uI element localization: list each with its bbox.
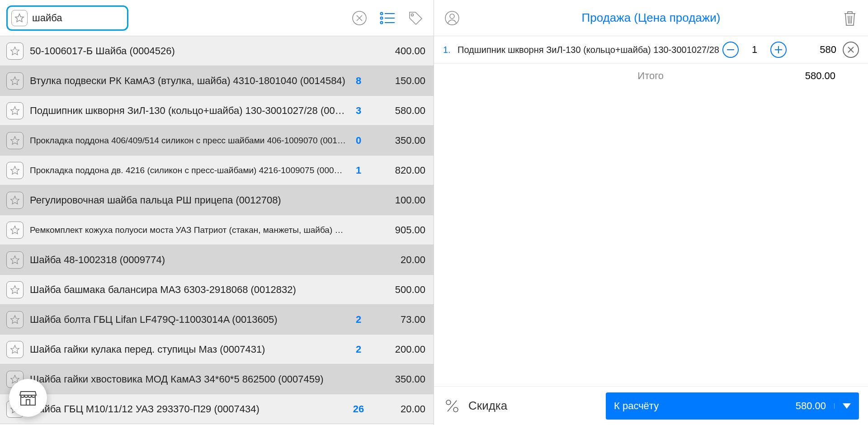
product-row[interactable]: Подшипник шкворня ЗиЛ-130 (кольцо+шайба)… — [0, 96, 434, 126]
total-label: Итого — [443, 70, 781, 82]
svg-line-37 — [448, 401, 457, 411]
tag-icon[interactable] — [406, 9, 425, 27]
product-row[interactable]: Ремкомплект кожуха полуоси моста УАЗ Пат… — [0, 215, 434, 245]
svg-marker-16 — [11, 196, 19, 203]
product-row[interactable]: Регулировочная шайба пальца РШ прицепа (… — [0, 185, 434, 215]
product-name: Шайба гайки хвостовика МОД КамАЗ 34*60*5… — [30, 373, 346, 385]
customer-icon[interactable] — [443, 9, 461, 27]
cart-item-index: 1. — [443, 45, 456, 55]
favorites-filter-toggle[interactable] — [11, 10, 28, 26]
delete-sale-button[interactable] — [841, 9, 859, 27]
product-name: Шайба башмака балансира МАЗ 6303-2918068… — [30, 284, 346, 296]
svg-marker-20 — [11, 315, 19, 323]
sale-panel: Продажа (Цена продажи) 1.Подшипник шквор… — [434, 0, 868, 425]
checkout-button[interactable]: К расчёту 580.00 — [606, 392, 859, 420]
favorite-toggle[interactable] — [6, 132, 24, 149]
product-stock-count: 26 — [346, 403, 371, 415]
discount-control[interactable]: Скидка — [443, 397, 595, 415]
svg-marker-38 — [843, 403, 851, 409]
product-name: Втулка подвески РК КамАЗ (втулка, шайба)… — [30, 75, 346, 87]
product-price: 20.00 — [371, 403, 425, 415]
clear-search-button[interactable] — [350, 9, 368, 27]
svg-rect-30 — [727, 49, 734, 50]
svg-point-25 — [445, 11, 459, 25]
product-stock-count: 3 — [346, 105, 371, 117]
favorite-toggle[interactable] — [6, 281, 24, 298]
svg-marker-12 — [11, 76, 19, 84]
favorite-toggle[interactable] — [6, 311, 24, 328]
favorite-toggle[interactable] — [6, 192, 24, 209]
product-price: 500.00 — [371, 284, 425, 296]
product-row[interactable]: Прокладка поддона дв. 4216 (силикон с пр… — [0, 156, 434, 185]
right-header: Продажа (Цена продажи) — [434, 0, 868, 36]
svg-rect-24 — [26, 400, 30, 405]
product-stock-count: 1 — [346, 165, 371, 176]
product-panel: 50-1006017-Б Шайба (0004526)400.00Втулка… — [0, 0, 434, 425]
product-row[interactable]: Втулка подвески РК КамАЗ (втулка, шайба)… — [0, 66, 434, 96]
product-name: Ремкомплект кожуха полуоси моста УАЗ Пат… — [30, 225, 346, 235]
svg-point-6 — [381, 17, 383, 19]
product-row[interactable]: Шайба болта ГБЦ Lifan LF479Q-11003014A (… — [0, 305, 434, 335]
svg-marker-13 — [11, 106, 19, 114]
increment-button[interactable] — [770, 42, 787, 58]
cart-items: 1.Подшипник шкворня ЗиЛ-130 (кольцо+шайб… — [434, 36, 868, 386]
shop-button[interactable] — [9, 379, 47, 417]
product-name: Прокладка поддона дв. 4216 (силикон с пр… — [30, 165, 346, 175]
favorite-toggle[interactable] — [6, 222, 24, 239]
checkout-chevron-icon — [834, 403, 851, 409]
svg-line-29 — [851, 16, 852, 24]
product-price: 150.00 — [371, 75, 425, 87]
product-row[interactable]: Шайба 48-1002318 (0009774)20.00 — [0, 245, 434, 275]
checkout-amount: 580.00 — [796, 400, 826, 412]
cart-item-price: 580 — [796, 44, 836, 56]
svg-point-36 — [453, 407, 458, 412]
product-stock-count: 0 — [346, 135, 371, 146]
favorite-toggle[interactable] — [6, 72, 24, 90]
cart-item-qty: 1 — [743, 44, 766, 56]
product-list[interactable]: 50-1006017-Б Шайба (0004526)400.00Втулка… — [0, 36, 434, 425]
sale-title: Продажа (Цена продажи) — [461, 11, 841, 25]
svg-marker-21 — [11, 345, 19, 353]
product-row[interactable]: Шайба гайки кулака перед. ступицы Маз (0… — [0, 335, 434, 364]
percent-icon — [443, 397, 461, 415]
product-name: Шайба 48-1002318 (0009774) — [30, 254, 346, 266]
svg-marker-17 — [11, 226, 19, 233]
favorite-toggle[interactable] — [6, 162, 24, 179]
decrement-button[interactable] — [722, 42, 739, 58]
favorite-toggle[interactable] — [6, 251, 24, 269]
favorite-toggle[interactable] — [6, 102, 24, 119]
favorite-toggle[interactable] — [6, 341, 24, 358]
search-container — [6, 5, 128, 31]
product-price: 350.00 — [371, 135, 425, 146]
product-row[interactable]: Прокладка поддона 406/409/514 силикон с … — [0, 126, 434, 156]
left-header-actions — [350, 9, 428, 27]
product-row[interactable]: Шайба ГБЦ М10/11/12 УАЗ 293370-П29 (0007… — [0, 394, 434, 424]
svg-marker-19 — [11, 285, 19, 293]
svg-marker-14 — [11, 136, 19, 144]
svg-marker-11 — [11, 47, 19, 54]
svg-marker-0 — [15, 14, 24, 21]
search-input[interactable] — [32, 12, 109, 24]
list-view-icon[interactable] — [378, 9, 396, 27]
checkout-label: К расчёту — [614, 400, 796, 412]
cart-item-name: Подшипник шкворня ЗиЛ-130 (кольцо+шайба)… — [458, 45, 722, 55]
product-row[interactable]: Шайба башмака балансира МАЗ 6303-2918068… — [0, 275, 434, 305]
svg-point-10 — [411, 14, 414, 16]
product-name: Подшипник шкворня ЗиЛ-130 (кольцо+шайба)… — [30, 105, 346, 117]
product-price: 73.00 — [371, 314, 425, 326]
svg-point-8 — [381, 21, 383, 24]
product-name: Шайба гайки кулака перед. ступицы Маз (0… — [30, 344, 346, 355]
remove-item-button[interactable] — [843, 42, 859, 58]
product-price: 100.00 — [371, 194, 425, 206]
product-row[interactable]: 50-1006017-Б Шайба (0004526)400.00 — [0, 36, 434, 66]
favorite-toggle[interactable] — [6, 42, 24, 60]
product-price: 350.00 — [371, 373, 425, 385]
product-stock-count: 8 — [346, 75, 371, 87]
product-row[interactable]: Шайба гайки хвостовика МОД КамАЗ 34*60*5… — [0, 364, 434, 394]
cart-total-row: Итого580.00 — [434, 64, 868, 88]
svg-marker-18 — [11, 255, 19, 263]
product-price: 400.00 — [371, 45, 425, 57]
product-price: 905.00 — [371, 224, 425, 236]
svg-line-27 — [848, 16, 849, 24]
total-value: 580.00 — [781, 70, 835, 82]
